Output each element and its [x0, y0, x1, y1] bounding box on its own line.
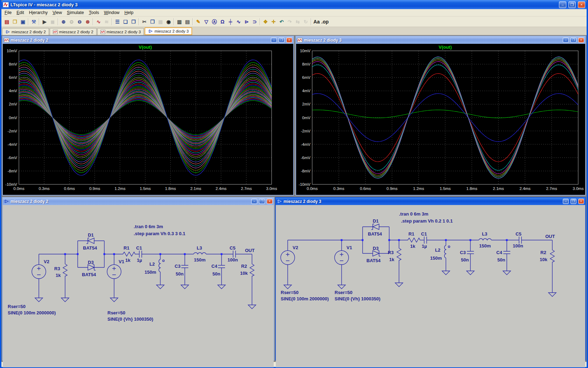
- menu-tools[interactable]: Tools: [86, 9, 102, 16]
- diode-d1[interactable]: [86, 238, 94, 244]
- voltage-source-v2[interactable]: [32, 265, 46, 279]
- source-param: SINE(0 100m 2000000): [8, 310, 56, 315]
- close-button[interactable]: ×: [578, 38, 584, 43]
- move-button[interactable]: ✥: [261, 18, 270, 26]
- waveform-plot-area[interactable]: 0.0ms0.3ms0.6ms0.9ms1.2ms1.5ms1.8ms2.1ms…: [296, 44, 585, 195]
- menu-view[interactable]: View: [50, 9, 64, 16]
- schematic-canvas[interactable]: .tran 0 6m 3m .step param Vh 0.2 1 0.1 D…: [276, 205, 585, 367]
- place-text-button[interactable]: Aa: [313, 18, 321, 26]
- menu-edit[interactable]: Edit: [14, 9, 27, 16]
- child-title-bar[interactable]: mieszacz 2 diody 2 – ❐ ×: [3, 36, 293, 44]
- inductor-l2[interactable]: [159, 259, 160, 272]
- draw-wire-button[interactable]: ✎: [194, 18, 202, 26]
- inductor-l3[interactable]: [194, 253, 206, 254]
- resistor-r3[interactable]: [63, 263, 67, 277]
- save-button[interactable]: ▣: [19, 18, 27, 26]
- maximize-button[interactable]: ❐: [570, 38, 576, 43]
- zoom-out-button[interactable]: ⊖: [76, 18, 84, 26]
- menu-file[interactable]: File: [2, 9, 14, 16]
- spice-directive-button[interactable]: .op: [321, 18, 329, 26]
- maximize-button[interactable]: ❐: [568, 1, 576, 8]
- inductor-l3[interactable]: [479, 239, 491, 240]
- child-title-bar[interactable]: mieszacz 2 diody 3 – ❐ ×: [276, 198, 585, 205]
- capacitor-c4[interactable]: [503, 251, 510, 254]
- zoom-in-button[interactable]: ⊕: [59, 18, 68, 26]
- resistor-r2[interactable]: [250, 263, 254, 277]
- capacitor-c1[interactable]: [139, 251, 142, 258]
- minimize-button[interactable]: –: [271, 38, 277, 43]
- voltage-source-v2[interactable]: [281, 251, 295, 265]
- tile-horizontally-button[interactable]: ☰: [113, 18, 121, 26]
- voltage-source-v1[interactable]: [107, 265, 121, 279]
- close-button[interactable]: ×: [267, 199, 273, 204]
- tab-schematic-mieszacz-2-diody-3[interactable]: mieszacz 2 diody 3: [145, 27, 192, 35]
- spice-directive-tran[interactable]: .tran 0 6m 3m: [399, 211, 428, 217]
- maximize-button[interactable]: ❐: [279, 38, 285, 43]
- place-ground-button[interactable]: ▽: [202, 18, 210, 26]
- minimize-button[interactable]: –: [563, 199, 569, 204]
- waveform-plot-area[interactable]: 0.0ms0.3ms0.6ms0.9ms1.2ms1.5ms1.8ms2.1ms…: [3, 44, 293, 195]
- maximize-button[interactable]: ❐: [570, 199, 576, 204]
- place-resistor-button[interactable]: Ω: [218, 18, 226, 26]
- main-title-bar[interactable]: LTspice IV - mieszacz 2 diody 3 – ❐ ×: [1, 0, 587, 9]
- menu-help[interactable]: Help: [122, 9, 136, 16]
- copy-button[interactable]: ❒: [148, 18, 156, 26]
- resistor-r1[interactable]: [407, 238, 421, 242]
- menu-hierarchy[interactable]: Hierarchy: [27, 9, 50, 16]
- find-button[interactable]: ◉: [164, 18, 173, 26]
- menu-window[interactable]: Window: [102, 9, 122, 16]
- capacitor-c4[interactable]: [218, 265, 225, 268]
- cascade-windows-button[interactable]: ❏: [121, 18, 130, 26]
- run-simulation-button[interactable]: ▶: [41, 18, 49, 26]
- place-inductor-button[interactable]: ∿: [234, 18, 243, 26]
- tab-waveform-mieszacz-2-diody-2[interactable]: mieszacz 2 diody 2: [50, 28, 97, 35]
- undo-button[interactable]: ↶: [278, 18, 286, 26]
- inductor-l2[interactable]: [444, 245, 446, 258]
- resistor-r2[interactable]: [550, 249, 554, 263]
- svg-text:0.0ms: 0.0ms: [307, 186, 318, 191]
- diode-d3[interactable]: [373, 251, 380, 256]
- capacitor-c3[interactable]: [181, 265, 188, 268]
- capacitor-c5[interactable]: [233, 251, 236, 258]
- close-button[interactable]: ×: [578, 1, 585, 8]
- open-file-button[interactable]: ❐: [11, 18, 19, 26]
- child-title-bar[interactable]: mieszacz 2 diody 3 – ❐ ×: [296, 36, 585, 44]
- cut-button[interactable]: ✂: [140, 18, 148, 26]
- waveform-plot[interactable]: 0.0ms0.3ms0.6ms0.9ms1.2ms1.5ms1.8ms2.1ms…: [3, 44, 293, 195]
- diode-d1[interactable]: [371, 224, 379, 230]
- capacitor-c3[interactable]: [467, 251, 474, 254]
- minimize-button[interactable]: –: [559, 1, 566, 8]
- place-capacitor-button[interactable]: ╪: [226, 18, 234, 26]
- print-button[interactable]: ▤: [183, 18, 191, 26]
- close-button[interactable]: ×: [578, 199, 584, 204]
- menu-simulate[interactable]: Simulate: [64, 9, 86, 16]
- child-title-bar[interactable]: mieszacz 2 diody 2 – ❐ ×: [3, 198, 274, 205]
- schematic-canvas[interactable]: .tran 0 6m 3m .step param Vh 0.3 3 0.1 D…: [3, 205, 274, 367]
- tile-windows-button[interactable]: ❐: [130, 18, 138, 26]
- control-panel-button[interactable]: ⚒: [30, 18, 38, 26]
- print-preview-button[interactable]: ▥: [175, 18, 183, 26]
- diode-d3[interactable]: [88, 265, 96, 270]
- waveform-plot[interactable]: 0.0ms0.3ms0.6ms0.9ms1.2ms1.5ms1.8ms2.1ms…: [296, 44, 585, 195]
- drag-button[interactable]: ✛: [270, 18, 278, 26]
- spice-directive-step[interactable]: .step param Vh 0.3 3 0.1: [134, 231, 185, 236]
- place-diode-button[interactable]: ⊳: [243, 18, 251, 26]
- resistor-r3[interactable]: [397, 247, 401, 261]
- spice-directive-step[interactable]: .step param Vh 0.2 1 0.1: [401, 218, 453, 224]
- voltage-source-v1[interactable]: [335, 251, 349, 265]
- place-net-label-button[interactable]: Ⓐ: [210, 18, 218, 26]
- tab-waveform-mieszacz-2-diody-3[interactable]: mieszacz 2 diody 3: [97, 28, 144, 35]
- capacitor-c5[interactable]: [519, 237, 522, 244]
- spice-directive-tran[interactable]: .tran 0 6m 3m: [134, 224, 163, 229]
- new-schematic-button[interactable]: ▤: [3, 18, 11, 26]
- resistor-r1[interactable]: [122, 252, 136, 256]
- tab-schematic-mieszacz-2-diody-2[interactable]: mieszacz 2 diody 2: [2, 28, 49, 35]
- autorange-waveform-button[interactable]: ∿: [94, 18, 103, 26]
- capacitor-c1[interactable]: [424, 237, 427, 244]
- close-button[interactable]: ×: [286, 38, 292, 43]
- minimize-button[interactable]: –: [563, 38, 569, 43]
- place-component-button[interactable]: ⊃: [251, 18, 259, 26]
- zoom-full-extents-button[interactable]: ⊗: [84, 18, 92, 26]
- maximize-button[interactable]: ❐: [259, 199, 265, 204]
- minimize-button[interactable]: –: [251, 199, 257, 204]
